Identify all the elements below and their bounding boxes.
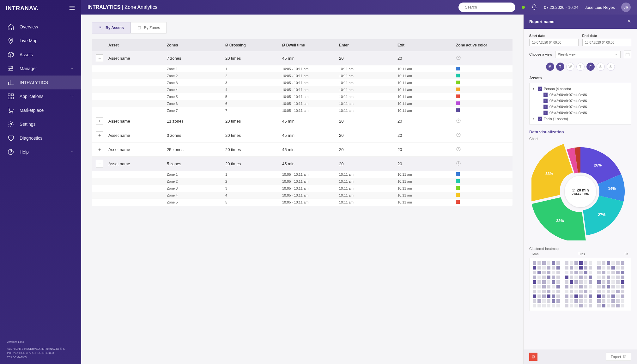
heatmap-cell xyxy=(602,266,605,270)
tree-node[interactable]: 05:a2:60:e9:07:e4:0c:86 xyxy=(533,92,628,98)
table-row[interactable]: −Asset name5 zones20 times45 min2020 xyxy=(92,157,513,171)
expand-button[interactable]: + xyxy=(96,146,103,153)
heatmap-cell xyxy=(537,294,541,298)
heatmap-cell xyxy=(589,285,592,288)
sub-row: Zone 4410:05 - 10:11 am10:11 am10:11 am xyxy=(92,192,513,199)
heatmap-cell xyxy=(589,280,592,284)
heatmap-cell xyxy=(621,276,624,279)
checkbox[interactable] xyxy=(543,111,548,115)
tree-node[interactable]: 05:a2:60:e9:07:e4:0c:86 xyxy=(533,104,628,110)
clock-icon xyxy=(456,119,461,124)
sidebar-item-help[interactable]: Help xyxy=(0,145,81,159)
heatmap-cell xyxy=(607,280,610,284)
checkbox[interactable] xyxy=(538,117,542,121)
export-button[interactable]: Export xyxy=(606,353,631,361)
home-icon xyxy=(7,23,15,31)
close-icon[interactable] xyxy=(627,19,631,24)
search-box[interactable] xyxy=(458,3,515,12)
expand-button[interactable]: + xyxy=(96,117,103,125)
panel-title: Report name xyxy=(529,19,554,24)
color-swatch xyxy=(456,200,460,204)
collapse-button[interactable]: − xyxy=(96,54,103,62)
heatmap-cell xyxy=(616,261,620,265)
menu-toggle-icon[interactable] xyxy=(69,4,76,12)
tree-node[interactable]: 05:a2:60:e9:07:e4:0c:86 xyxy=(533,110,628,116)
sidebar-item-applications[interactable]: Applications xyxy=(0,89,81,103)
heatmap-cell xyxy=(570,304,573,307)
delete-button[interactable] xyxy=(529,353,537,361)
search-input[interactable] xyxy=(465,5,512,9)
sidebar-item-overview[interactable]: Overview xyxy=(0,20,81,34)
tab-by-zones[interactable]: By Zones xyxy=(130,22,167,33)
start-date-input[interactable] xyxy=(529,39,579,46)
notifications-icon[interactable] xyxy=(531,4,537,11)
color-swatch xyxy=(456,81,460,84)
color-swatch xyxy=(456,186,460,190)
heatmap-cell xyxy=(565,304,568,307)
heatmap-cell xyxy=(589,271,592,274)
heatmap-cell xyxy=(542,285,546,288)
svg-point-3 xyxy=(9,70,10,71)
day-T[interactable]: T xyxy=(556,63,564,71)
tree-node[interactable]: 05:a2:60:e9:07:e4:0c:86 xyxy=(533,98,628,104)
heatmap-cell xyxy=(552,294,555,298)
table-row[interactable]: +Asset name3 zones20 times45 min2020 xyxy=(92,128,513,143)
day-T[interactable]: T xyxy=(576,63,585,71)
username[interactable]: Jose Luis Reyes xyxy=(585,5,615,10)
heatmap-cell xyxy=(547,290,550,293)
day-S[interactable]: S xyxy=(607,63,615,71)
sidebar-item-marketplace[interactable]: Marketplace xyxy=(0,103,81,117)
avatar[interactable]: JR xyxy=(621,3,631,12)
view-select[interactable]: Weekly view xyxy=(555,51,621,58)
heatmap-cell xyxy=(570,285,573,288)
clock-icon xyxy=(456,134,461,138)
heatmap-cell xyxy=(616,280,620,284)
sidebar-item-label: Overview xyxy=(20,24,38,29)
heatmap-cell xyxy=(621,266,624,270)
sidebar-footer: version: 1.0.3 ALL RIGHTS RESERVED. INTR… xyxy=(0,336,81,364)
sidebar-item-settings[interactable]: Settings xyxy=(0,117,81,131)
sidebar-item-assets[interactable]: Assets xyxy=(0,48,81,62)
heatmap-cell xyxy=(552,290,555,293)
heatmap-cell xyxy=(589,290,592,293)
start-date-field: Start date xyxy=(529,34,579,46)
checkbox[interactable] xyxy=(543,93,548,97)
collapse-button[interactable]: − xyxy=(96,160,103,167)
sidebar-item-live-map[interactable]: Live Map xyxy=(0,34,81,48)
cart-icon xyxy=(7,106,15,114)
tab-by-assets[interactable]: By Assets xyxy=(92,22,130,33)
checkbox[interactable] xyxy=(543,99,548,103)
sidebar-item-diagnostics[interactable]: Diagnostics xyxy=(0,131,81,145)
view-label: Choose a view xyxy=(529,52,552,56)
heatmap-cell xyxy=(602,299,605,303)
end-date-input[interactable] xyxy=(582,39,632,46)
day-F[interactable]: F xyxy=(586,63,595,71)
sidebar-item-intralytics[interactable]: INTRALYTICS xyxy=(0,76,81,89)
day-W[interactable]: W xyxy=(566,63,574,71)
logo: INTRANAV. xyxy=(6,5,64,12)
tree-node[interactable]: ▸Tools (1 assets) xyxy=(533,116,628,122)
sidebar-item-label: Applications xyxy=(20,94,44,99)
heatmap-cell xyxy=(579,266,583,270)
heatmap-cell xyxy=(589,299,592,303)
calendar-icon[interactable] xyxy=(624,51,631,58)
heatmap-cell xyxy=(556,271,560,274)
sub-row: Zone 3310:05 - 10:11 am10:11 am10:11 am xyxy=(92,185,513,192)
heatmap-cell xyxy=(602,294,605,298)
checkbox[interactable] xyxy=(543,105,548,109)
table-row[interactable]: −Asset name7 zones20 times45 min2020 xyxy=(92,51,513,65)
heatmap-cell xyxy=(574,271,578,274)
color-swatch xyxy=(456,101,460,105)
heatmap-cell xyxy=(597,266,601,270)
day-M[interactable]: M xyxy=(546,63,554,71)
heatmap-cell xyxy=(616,271,620,274)
expand-button[interactable]: + xyxy=(96,131,103,139)
day-S[interactable]: S xyxy=(597,63,605,71)
checkbox[interactable] xyxy=(538,87,542,91)
tree-node[interactable]: ▾Person (4 assets) xyxy=(533,86,628,92)
table-row[interactable]: +Asset name25 zones20 times45 min2020 xyxy=(92,143,513,157)
sidebar-item-manager[interactable]: Manager xyxy=(0,62,81,76)
table-row[interactable]: +Asset name11 zones20 times45 min2020 xyxy=(92,114,513,128)
heatmap-cell xyxy=(607,276,610,279)
heatmap-cell xyxy=(589,294,592,298)
